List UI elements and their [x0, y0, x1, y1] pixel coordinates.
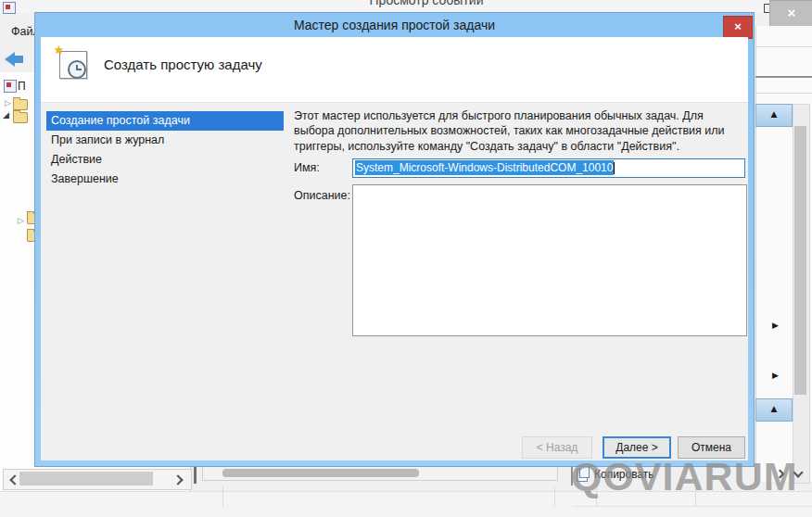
next-button[interactable]: Далее >	[603, 436, 671, 459]
dialog-body: ★ Создать простую задачу Создание просто…	[41, 37, 748, 460]
create-basic-task-wizard-dialog: Мастер создания простой задачи × ★ Созда…	[35, 13, 754, 466]
copy-action-label[interactable]: Копировать	[594, 468, 654, 481]
actions-separator	[571, 463, 573, 485]
name-field-label: Имя:	[294, 161, 320, 174]
row-divider	[573, 506, 812, 507]
dialog-close-button[interactable]: ×	[723, 16, 753, 39]
tree-expand-icon[interactable]: ▷	[18, 216, 24, 225]
cancel-button[interactable]: Отмена	[678, 436, 745, 459]
folder-icon[interactable]	[13, 112, 28, 123]
status-strip	[0, 491, 812, 517]
tree-expand-icon[interactable]: ▷	[5, 98, 11, 107]
new-star-icon: ★	[54, 44, 64, 57]
task-name-input[interactable]: System_Microsoft-Windows-DistributedCOM_…	[352, 158, 745, 178]
wizard-page-title: Создать простую задачу	[104, 57, 262, 72]
tree-expanded-icon[interactable]: ◢	[3, 110, 9, 120]
copy-icon[interactable]	[577, 469, 588, 482]
background-titlebar: Просмотр событий	[0, 0, 812, 13]
tree-root-label[interactable]: П	[18, 80, 26, 93]
task-description-input[interactable]	[352, 184, 747, 336]
column-divider	[554, 486, 555, 507]
actions-divider	[755, 46, 812, 47]
background-window-title: Просмотр событий	[306, 0, 547, 7]
tree-scrollbar-thumb[interactable]	[19, 472, 153, 485]
scroll-right-icon[interactable]	[172, 474, 183, 485]
step-create-basic-task[interactable]: Создание простой задачи	[46, 111, 284, 131]
back-arrow-tail	[15, 56, 23, 63]
actions-divider	[755, 93, 812, 94]
back-navigation-icon[interactable]	[5, 52, 23, 67]
background-close-button[interactable]: ×	[769, 0, 812, 27]
tree-root-icon	[4, 80, 17, 93]
actions-scrollbar-thumb[interactable]	[794, 126, 806, 395]
action-expand-icon[interactable]: ▶	[772, 321, 779, 330]
scheduled-task-icon: ★	[56, 47, 87, 79]
screen: Просмотр событий × Файл П ▷ ◢ ▷ ▲ ▶ ▶ ▲ …	[0, 0, 812, 517]
scroll-left-icon[interactable]	[9, 474, 19, 485]
dialog-title: Мастер создания простой задачи	[35, 18, 754, 32]
list-scrollbar-thumb[interactable]	[222, 469, 419, 477]
column-divider	[695, 486, 696, 507]
wizard-steps-nav: Создание простой задачи При записи в жур…	[46, 111, 284, 189]
wizard-intro-text: Этот мастер используется для быстрого пл…	[294, 108, 744, 154]
selected-text: System_Microsoft-Windows-DistributedCOM_…	[355, 160, 614, 175]
actions-scroll-up-button[interactable]: ▲	[755, 398, 793, 422]
step-finish[interactable]: Завершение	[46, 170, 284, 189]
actions-divider	[755, 76, 812, 78]
app-icon	[3, 2, 16, 14]
clock-icon	[68, 60, 86, 79]
back-arrow-head	[5, 52, 15, 67]
column-divider	[222, 486, 223, 507]
folder-icon[interactable]	[13, 99, 28, 110]
description-field-label: Описание:	[294, 189, 350, 202]
wizard-header: ★ Создать простую задачу	[41, 37, 748, 103]
step-when-event-logged[interactable]: При записи в журнал	[46, 131, 284, 150]
column-divider	[596, 486, 597, 507]
text-caret	[614, 162, 615, 174]
back-button[interactable]: < Назад	[522, 436, 592, 459]
action-expand-icon[interactable]: ▶	[772, 371, 779, 380]
step-action[interactable]: Действие	[46, 150, 284, 170]
pane-splitter[interactable]	[194, 463, 197, 484]
actions-scroll-up-button[interactable]: ▲	[755, 104, 793, 127]
